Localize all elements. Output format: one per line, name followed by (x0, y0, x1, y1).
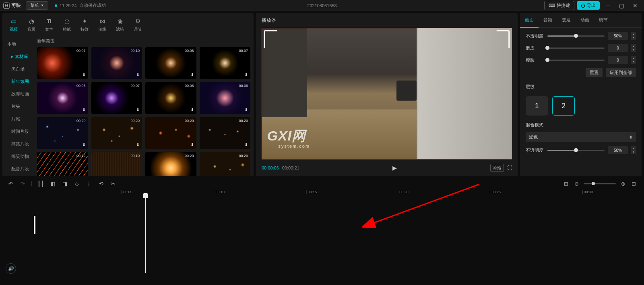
zoom-fit-button[interactable]: ⊡ (630, 181, 637, 187)
download-icon[interactable]: ⬇ (190, 107, 194, 112)
cat-funnyanimal[interactable]: 搞笑动物 (2, 150, 35, 163)
delete-right-button[interactable]: ◨ (62, 181, 68, 187)
download-icon[interactable]: ⬇ (82, 142, 86, 147)
opacity2-slider[interactable] (547, 150, 605, 151)
minimize-button[interactable]: ─ (602, 2, 613, 10)
delete-left-button[interactable]: ◧ (50, 181, 56, 187)
media-clip[interactable]: 00:07⬇ (91, 82, 142, 114)
media-content: 新年氛围 00:07⬇ 00:10⬇ 00:08⬇ 00:07⬇ 00:06⬇ … (35, 35, 254, 176)
insp-tab-speed[interactable]: 变速 (557, 13, 576, 27)
cat-newyear[interactable]: 新年氛围 (2, 75, 35, 88)
timeline-mode-button[interactable]: ⊟ (563, 181, 569, 187)
opacity-value[interactable]: 50% (608, 32, 628, 40)
opacity-stepper[interactable]: ▴▾ (631, 32, 636, 40)
close-button[interactable]: ✕ (630, 2, 641, 10)
maximize-button[interactable]: ▢ (616, 2, 627, 10)
shortcuts-button[interactable]: ⌨ 快捷键 (544, 1, 574, 10)
media-clip[interactable]: 00:20⬇ (145, 152, 196, 176)
insp-tab-animation[interactable]: 动画 (576, 13, 594, 27)
opacity-slider[interactable] (547, 35, 605, 37)
fullscreen-button[interactable]: ⛶ (507, 165, 512, 171)
smooth-value[interactable]: 0 (608, 44, 628, 52)
mute-track-button[interactable]: 🔊 (6, 263, 16, 274)
slim-stepper[interactable]: ▴▾ (631, 56, 636, 64)
zoom-in-button[interactable]: ⊕ (620, 181, 626, 187)
download-icon[interactable]: ⬇ (82, 72, 86, 77)
download-icon[interactable]: ⬇ (244, 72, 248, 77)
slim-value[interactable]: 0 (608, 56, 628, 64)
rotate-button[interactable]: ⟲ (98, 181, 104, 187)
redo-button[interactable]: ↷ (19, 181, 26, 187)
cat-funny[interactable]: 搞笑片段 (2, 138, 35, 150)
download-icon[interactable]: ⬇ (244, 142, 248, 147)
media-tab-filter[interactable]: ◉滤镜 (111, 16, 129, 35)
download-icon[interactable]: ⬇ (136, 72, 140, 77)
timeline-tracks[interactable]: 新年氛围20.5s 新年氛围20.5s 公交车实拍.mp47.7s (35, 196, 634, 273)
menu-button[interactable]: 菜单▼ (26, 1, 48, 10)
media-tab-sticker[interactable]: ◷贴纸 (58, 16, 76, 35)
cat-library[interactable]: ▸ 素材库 (2, 50, 35, 63)
layer-1-button[interactable]: 1 (526, 96, 548, 116)
timeline-ruler[interactable]: | 00:05 | 00:10 | 00:15 | 00:20 | 00:25 … (35, 189, 634, 196)
cat-time[interactable]: 时间片段 (2, 125, 35, 138)
cat-local[interactable]: 本地 (2, 38, 35, 50)
media-clip[interactable]: 00:10⬇ (91, 152, 142, 176)
mirror-button[interactable]: ⟊ (86, 181, 92, 187)
cat-intro[interactable]: 片头 (2, 100, 35, 113)
opacity2-value[interactable]: 50% (608, 146, 628, 154)
media-clip[interactable]: 00:10⬇ (91, 47, 142, 79)
insp-tab-picture[interactable]: 画面 (520, 13, 539, 28)
playhead[interactable] (145, 196, 146, 273)
cat-blackwhite[interactable]: 黑白场 (2, 63, 35, 75)
cat-outro[interactable]: 片尾 (2, 113, 35, 125)
media-clip[interactable]: 00:20⬇ (200, 117, 251, 149)
play-button[interactable]: ▶ (392, 165, 397, 171)
cat-glitch[interactable]: 故障动画 (2, 88, 35, 100)
media-tab-effect[interactable]: ✦特效 (76, 16, 93, 35)
media-clip[interactable]: 00:07⬇ (200, 47, 251, 79)
layer-2-button[interactable]: 2 (552, 96, 575, 116)
smooth-slider[interactable] (547, 48, 605, 49)
download-icon[interactable]: ⬇ (82, 107, 86, 112)
download-icon[interactable]: ⬇ (190, 72, 194, 77)
media-clip[interactable]: 00:06⬇ (37, 82, 88, 114)
media-tab-adjust[interactable]: ⚙调节 (129, 16, 147, 35)
apply-all-button[interactable]: 应用到全部 (606, 68, 636, 77)
cat-voiceover[interactable]: 配音片段 (2, 163, 35, 175)
download-icon[interactable]: ⬇ (244, 107, 248, 112)
player-title: 播放器 (256, 13, 518, 28)
media-tab-text[interactable]: TI文本 (40, 16, 58, 35)
insp-tab-audio[interactable]: 音频 (539, 13, 557, 27)
media-clip[interactable]: 00:07⬇ (37, 47, 88, 79)
media-clip[interactable]: 00:20⬇ (200, 152, 251, 176)
opacity2-stepper[interactable]: ▴▾ (631, 146, 636, 154)
media-clip[interactable]: 00:08⬇ (145, 47, 196, 79)
crop-button[interactable]: ✂ (110, 181, 116, 187)
media-clip[interactable]: 00:06⬇ (200, 82, 251, 114)
reset-button[interactable]: 重置 (586, 68, 603, 77)
blend-mode-select[interactable]: 滤色⇅ (526, 132, 636, 142)
original-ratio-button[interactable]: 原始 (490, 164, 504, 172)
download-icon[interactable]: ⬇ (136, 142, 140, 147)
media-tab-audio[interactable]: ◔音频 (23, 16, 40, 35)
player-viewport[interactable]: GXI网 system.com (262, 28, 512, 159)
slim-slider[interactable] (547, 60, 605, 61)
media-clip[interactable]: 00:20⬇ (91, 117, 142, 149)
download-icon[interactable]: ⬇ (190, 142, 194, 147)
media-tab-transition[interactable]: ⋈转场 (93, 16, 111, 35)
media-clip[interactable]: 00:20⬇ (145, 117, 196, 149)
freeze-button[interactable]: ◇ (74, 181, 80, 187)
media-clip[interactable]: 00:20⬇ (37, 117, 88, 149)
smooth-stepper[interactable]: ▴▾ (631, 44, 636, 52)
undo-button[interactable]: ↶ (7, 181, 14, 187)
split-button[interactable]: ┃┃ (37, 181, 44, 187)
media-clip[interactable]: 00:06⬇ (145, 82, 196, 114)
insp-tab-adjust[interactable]: 调节 (594, 13, 613, 27)
export-button[interactable]: ⏻ 导出 (577, 1, 600, 10)
download-icon[interactable]: ⬇ (136, 107, 140, 112)
zoom-out-button[interactable]: ⊖ (573, 181, 580, 187)
media-clip[interactable]: 00:12⬇ (37, 152, 88, 176)
media-tab-video[interactable]: ▭视频 (5, 16, 23, 35)
zoom-slider[interactable] (584, 183, 616, 184)
adjust-icon: ⚙ (134, 18, 141, 25)
